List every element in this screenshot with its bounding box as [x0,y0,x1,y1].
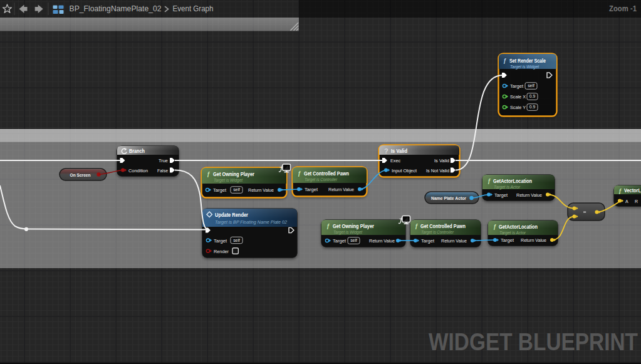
svg-text:Exec: Exec [390,159,401,163]
svg-text:Target: Target [421,239,434,244]
svg-text:ƒ: ƒ [493,224,496,230]
svg-text:0.9: 0.9 [529,105,536,109]
svg-text:Scale X: Scale X [510,95,526,99]
svg-text:Event Graph: Event Graph [173,4,214,13]
svg-text:BP_FloatingNamePlate_02: BP_FloatingNamePlate_02 [70,4,162,13]
svg-text:GetActorLocation: GetActorLocation [493,178,532,184]
svg-text:VectorLe: VectorLe [624,187,641,194]
svg-text:Target is BP Floating Name Pla: Target is BP Floating Name Plate 02 [215,220,287,225]
svg-text:ƒ: ƒ [618,188,622,194]
svg-text:GetActorLocation: GetActorLocation [499,224,538,230]
svg-text:Is Valid: Is Valid [434,159,449,163]
svg-text:Get Owning Player: Get Owning Player [213,171,255,177]
svg-text:Return Value: Return Value [516,193,542,197]
svg-text:self: self [233,238,240,242]
svg-text:Scale Y: Scale Y [510,105,526,110]
svg-text:self: self [350,238,357,242]
svg-text:Target: Target [510,84,523,89]
svg-text:Target: Target [214,239,227,244]
svg-text:False: False [157,169,168,173]
svg-text:ƒ: ƒ [207,171,210,177]
svg-text:Target: Target [213,188,226,193]
svg-text:ƒ: ƒ [487,178,491,184]
svg-text:ƒ: ƒ [415,223,418,229]
svg-text:0.9: 0.9 [529,94,536,98]
svg-text:R: R [635,199,638,204]
svg-text:A: A [625,199,628,204]
svg-text:Branch: Branch [129,148,145,154]
svg-text:Target: Target [501,238,514,243]
svg-text:Name Plate Actor: Name Plate Actor [431,196,466,200]
svg-text:Return Value: Return Value [521,238,546,242]
svg-text:self: self [528,83,534,88]
svg-text:Zoom -1: Zoom -1 [609,4,637,13]
svg-text:ƒ: ƒ [503,58,506,64]
svg-text:Return Value: Return Value [441,239,467,243]
svg-text:Set Render Scale: Set Render Scale [509,58,546,64]
svg-text:Is Valid: Is Valid [391,148,407,154]
svg-text:Get Owning Player: Get Owning Player [333,223,375,229]
svg-text:Input Object: Input Object [392,169,417,174]
svg-text:Update Render: Update Render [215,212,249,218]
svg-text:Condition: Condition [128,169,148,173]
svg-text:Return Value: Return Value [369,239,395,243]
svg-text:Return Value: Return Value [248,188,274,192]
svg-text:Target is Widget: Target is Widget [214,178,243,183]
svg-text:WIDGET BLUEPRINT: WIDGET BLUEPRINT [429,329,638,355]
svg-text:Get Controlled Pawn: Get Controlled Pawn [304,170,349,177]
svg-text:Target: Target [494,193,508,198]
svg-text:Get Controlled Pawn: Get Controlled Pawn [420,223,466,229]
svg-text:Target is Actor: Target is Actor [494,185,521,190]
svg-text:ƒ: ƒ [326,223,330,229]
svg-text:Target is Actor: Target is Actor [499,231,526,236]
svg-text:True: True [159,159,168,163]
svg-text:ƒ: ƒ [298,170,301,177]
svg-text:Target is Widget: Target is Widget [510,65,539,70]
svg-text:Target is Controller: Target is Controller [421,230,454,235]
svg-text:Target: Target [333,239,346,244]
svg-text:Render: Render [214,249,229,254]
svg-text:Return Value: Return Value [328,187,354,192]
svg-text:Target is Widget: Target is Widget [333,230,363,235]
svg-text:On Screen: On Screen [70,173,91,177]
svg-text:Is Not Valid: Is Not Valid [426,169,449,173]
svg-text:?: ? [384,147,388,155]
svg-text:Target is Controller: Target is Controller [305,177,338,182]
svg-text:Target: Target [305,187,318,192]
svg-text:self: self [233,187,240,192]
